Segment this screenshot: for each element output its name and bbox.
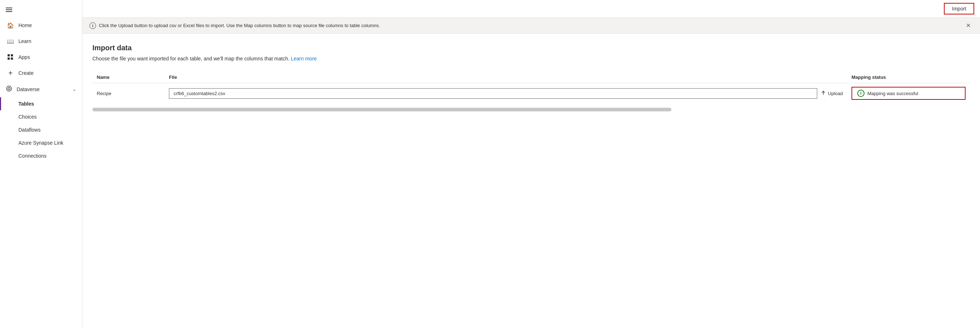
info-banner: i Click the Upload button to upload csv … [82,18,980,34]
col-file-header: File [165,72,847,83]
content-area: Import data Choose the file you want imp… [82,34,980,328]
sidebar-item-label: Home [18,22,32,28]
svg-rect-0 [8,54,10,56]
svg-rect-1 [11,54,13,56]
sidebar-item-label: Create [18,70,33,76]
col-name-header: Name [92,72,165,83]
mapping-status-box: i Mapping was successful [851,87,966,100]
apps-icon [7,53,14,61]
page-subtitle: Choose the file you want imported for ea… [92,56,970,61]
sidebar-item-label: Apps [18,54,30,60]
learn-more-link[interactable]: Learn more [291,56,317,61]
upload-button[interactable]: Upload [821,90,843,96]
info-banner-text: Click the Upload button to upload csv or… [99,23,380,28]
row-mapping-cell: i Mapping was successful [847,83,970,104]
upload-button-label: Upload [828,91,843,96]
close-banner-button[interactable]: ✕ [964,21,973,30]
svg-point-5 [8,88,10,90]
svg-rect-2 [8,58,10,60]
sidebar-item-apps[interactable]: Apps [0,49,82,65]
sidebar-sub-item-tables[interactable]: Tables [0,97,82,110]
sidebar-item-dataverse[interactable]: Dataverse ⌄ [0,81,82,97]
chevron-up-icon: ⌄ [73,87,76,92]
mapping-status-text: Mapping was successful [867,91,918,96]
hamburger-menu[interactable] [0,0,82,18]
import-button[interactable]: Import [944,3,974,14]
table-row: Recipe crfb6_customtables2.csv [92,83,970,104]
horizontal-scrollbar[interactable] [92,108,671,111]
sidebar: 🏠 Home 📖 Learn Apps + Create [0,0,82,328]
col-mapping-header: Mapping status [847,72,970,83]
sidebar-section-label: Dataverse [17,86,40,92]
sidebar-item-label: Learn [18,38,32,44]
dataverse-icon [6,85,12,93]
sidebar-item-home[interactable]: 🏠 Home [0,18,82,33]
svg-rect-3 [11,58,13,60]
create-icon: + [7,69,14,77]
main-content: Import i Click the Upload button to uplo… [82,0,980,328]
success-icon: i [857,90,864,97]
page-title: Import data [92,44,970,52]
file-input-box: crfb6_customtables2.csv [169,88,817,99]
sidebar-sub-item-connections[interactable]: Connections [0,149,82,162]
sidebar-sub-item-choices[interactable]: Choices [0,110,82,123]
sidebar-item-learn[interactable]: 📖 Learn [0,33,82,49]
learn-icon: 📖 [7,38,14,45]
topbar: Import [82,0,980,18]
svg-point-4 [6,86,11,91]
sidebar-sub-item-azure-synapse[interactable]: Azure Synapse Link [0,136,82,149]
row-file-cell: crfb6_customtables2.csv Upload [165,83,847,104]
home-icon: 🏠 [7,22,14,29]
row-name-cell: Recipe [92,83,165,104]
info-icon: i [89,22,96,29]
sidebar-item-create[interactable]: + Create [0,65,82,81]
import-table: Name File Mapping status Recipe crfb6_cu… [92,72,970,103]
subtitle-text: Choose the file you want imported for ea… [92,56,290,61]
sidebar-sub-item-dataflows[interactable]: Dataflows [0,123,82,136]
upload-arrow-icon [821,90,826,96]
